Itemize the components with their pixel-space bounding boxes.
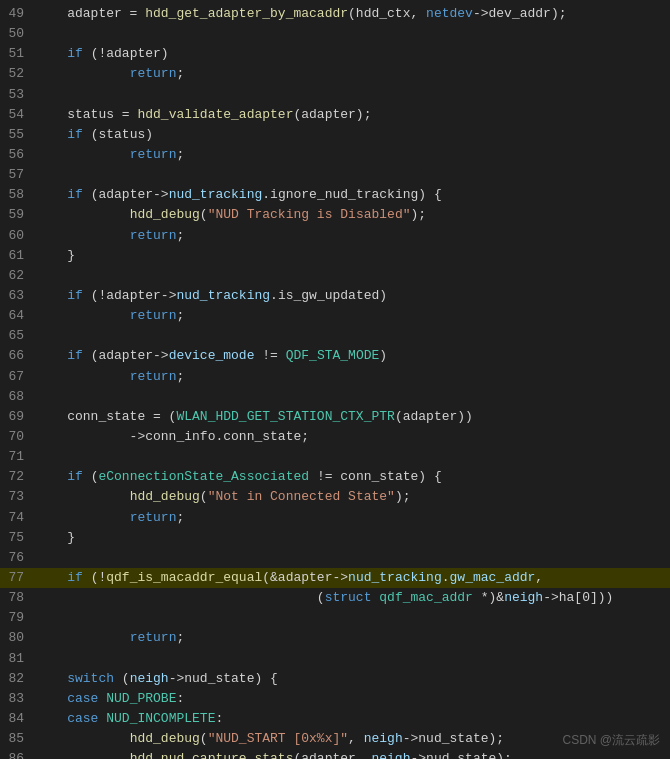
line-code: ->conn_info.conn_state; — [36, 427, 670, 447]
line-code: hdd_debug("NUD Tracking is Disabled"); — [36, 205, 670, 225]
code-line: 63 if (!adapter->nud_tracking.is_gw_upda… — [0, 286, 670, 306]
line-number: 78 — [0, 588, 36, 608]
line-code: return; — [36, 508, 670, 528]
line-code: case NUD_INCOMPLETE: — [36, 709, 670, 729]
code-line: 66 if (adapter->device_mode != QDF_STA_M… — [0, 346, 670, 366]
line-number: 56 — [0, 145, 36, 165]
line-code: conn_state = (WLAN_HDD_GET_STATION_CTX_P… — [36, 407, 670, 427]
code-line: 72 if (eConnectionState_Associated != co… — [0, 467, 670, 487]
line-code — [36, 548, 670, 568]
code-line: 71 — [0, 447, 670, 467]
line-code: return; — [36, 64, 670, 84]
line-number: 58 — [0, 185, 36, 205]
code-line: 73 hdd_debug("Not in Connected State"); — [0, 487, 670, 507]
line-code — [36, 447, 670, 467]
line-number: 54 — [0, 105, 36, 125]
line-code — [36, 326, 670, 346]
code-line: 56 return; — [0, 145, 670, 165]
code-line: 80 return; — [0, 628, 670, 648]
line-number: 82 — [0, 669, 36, 689]
line-number: 53 — [0, 85, 36, 105]
line-code: return; — [36, 226, 670, 246]
code-line: 51 if (!adapter) — [0, 44, 670, 64]
code-line: 52 return; — [0, 64, 670, 84]
code-line: 60 return; — [0, 226, 670, 246]
code-line: 62 — [0, 266, 670, 286]
line-number: 79 — [0, 608, 36, 628]
line-code: if (adapter->device_mode != QDF_STA_MODE… — [36, 346, 670, 366]
line-number: 61 — [0, 246, 36, 266]
code-line: 59 hdd_debug("NUD Tracking is Disabled")… — [0, 205, 670, 225]
line-code: return; — [36, 306, 670, 326]
code-line: 55 if (status) — [0, 125, 670, 145]
line-number: 65 — [0, 326, 36, 346]
line-code — [36, 387, 670, 407]
line-number: 84 — [0, 709, 36, 729]
code-line: 81 — [0, 649, 670, 669]
line-code: return; — [36, 145, 670, 165]
line-code: return; — [36, 367, 670, 387]
line-number: 51 — [0, 44, 36, 64]
code-line: 70 ->conn_info.conn_state; — [0, 427, 670, 447]
code-line: 78 (struct qdf_mac_addr *)&neigh->ha[0])… — [0, 588, 670, 608]
line-number: 81 — [0, 649, 36, 669]
code-line: 82 switch (neigh->nud_state) { — [0, 669, 670, 689]
line-code: (struct qdf_mac_addr *)&neigh->ha[0])) — [36, 588, 670, 608]
line-code: return; — [36, 628, 670, 648]
code-line: 83 case NUD_PROBE: — [0, 689, 670, 709]
code-line: 49 adapter = hdd_get_adapter_by_macaddr(… — [0, 4, 670, 24]
code-line: 54 status = hdd_validate_adapter(adapter… — [0, 105, 670, 125]
line-number: 73 — [0, 487, 36, 507]
line-number: 50 — [0, 24, 36, 44]
line-code: if (!adapter) — [36, 44, 670, 64]
line-code: adapter = hdd_get_adapter_by_macaddr(hdd… — [36, 4, 670, 24]
line-number: 64 — [0, 306, 36, 326]
code-line: 76 — [0, 548, 670, 568]
code-line: 79 — [0, 608, 670, 628]
line-code: case NUD_PROBE: — [36, 689, 670, 709]
line-code: status = hdd_validate_adapter(adapter); — [36, 105, 670, 125]
line-number: 69 — [0, 407, 36, 427]
code-line: 50 — [0, 24, 670, 44]
line-code: if (adapter->nud_tracking.ignore_nud_tra… — [36, 185, 670, 205]
line-number: 68 — [0, 387, 36, 407]
line-number: 66 — [0, 346, 36, 366]
line-number: 72 — [0, 467, 36, 487]
line-code — [36, 165, 670, 185]
line-number: 62 — [0, 266, 36, 286]
line-number: 70 — [0, 427, 36, 447]
line-number: 49 — [0, 4, 36, 24]
line-code — [36, 266, 670, 286]
code-line: 58 if (adapter->nud_tracking.ignore_nud_… — [0, 185, 670, 205]
line-code: } — [36, 528, 670, 548]
line-code: if (status) — [36, 125, 670, 145]
code-line: 61 } — [0, 246, 670, 266]
code-line: 67 return; — [0, 367, 670, 387]
line-number: 52 — [0, 64, 36, 84]
code-line: 75 } — [0, 528, 670, 548]
line-code — [36, 608, 670, 628]
line-number: 80 — [0, 628, 36, 648]
code-line: 53 — [0, 85, 670, 105]
line-number: 77 — [0, 568, 36, 588]
line-number: 57 — [0, 165, 36, 185]
line-code: if (!qdf_is_macaddr_equal(&adapter->nud_… — [36, 568, 670, 588]
line-number: 85 — [0, 729, 36, 749]
line-number: 63 — [0, 286, 36, 306]
line-number: 60 — [0, 226, 36, 246]
code-line: 86 hdd_nud_capture_stats(adapter, neigh-… — [0, 749, 670, 759]
line-code: hdd_debug("NUD_START [0x%x]", neigh->nud… — [36, 729, 670, 749]
code-line: 57 — [0, 165, 670, 185]
line-number: 67 — [0, 367, 36, 387]
line-code: hdd_debug("Not in Connected State"); — [36, 487, 670, 507]
line-number: 71 — [0, 447, 36, 467]
line-number: 83 — [0, 689, 36, 709]
line-number: 75 — [0, 528, 36, 548]
code-line: 69 conn_state = (WLAN_HDD_GET_STATION_CT… — [0, 407, 670, 427]
code-line: 68 — [0, 387, 670, 407]
line-code — [36, 649, 670, 669]
line-number: 55 — [0, 125, 36, 145]
code-line: 64 return; — [0, 306, 670, 326]
code-line: 77 if (!qdf_is_macaddr_equal(&adapter->n… — [0, 568, 670, 588]
line-number: 86 — [0, 749, 36, 759]
